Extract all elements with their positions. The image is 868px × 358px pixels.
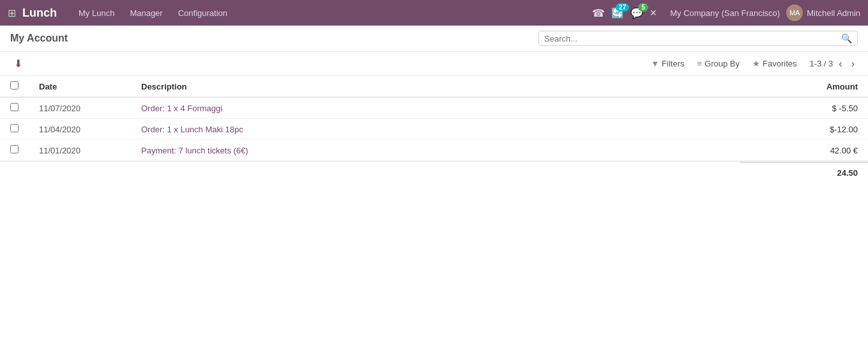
company-name: My Company (San Francisco) — [670, 8, 780, 18]
message-icon-btn[interactable]: 💬5 — [630, 7, 643, 19]
row-checkbox-cell — [0, 97, 29, 119]
star-icon: ★ — [752, 59, 760, 68]
main-page: My Account 🔍 ⬇ ▼ Filters ≡ Group By ★ Fa… — [0, 26, 868, 358]
date-column-header: Date — [29, 76, 131, 97]
row-checkbox-1[interactable] — [10, 124, 19, 132]
filters-label: Filters — [662, 59, 684, 68]
total-value: 24.50 — [740, 162, 868, 183]
groupby-button[interactable]: ≡ Group By — [692, 56, 745, 71]
user-name: Mitchell Admin — [807, 8, 860, 18]
row-date-0: 11/07/2020 — [29, 97, 131, 119]
avatar: MA — [786, 4, 803, 21]
table-row: 11/04/2020 Order: 1 x Lunch Maki 18pc $-… — [0, 119, 868, 140]
app-title: Lunch — [22, 6, 57, 20]
filter-icon: ▼ — [651, 59, 659, 68]
records-table: Date Description Amount 11/07/2020 Order… — [0, 76, 868, 183]
table-row: 11/07/2020 Order: 1 x 4 Formaggi $ -5.50 — [0, 97, 868, 119]
row-description-1[interactable]: Order: 1 x Lunch Maki 18pc — [131, 119, 655, 140]
nav-item-manager[interactable]: Manager — [123, 6, 169, 20]
search-bar: 🔍 — [538, 31, 858, 46]
total-row: 24.50 — [0, 162, 868, 183]
groupby-icon: ≡ — [697, 59, 703, 68]
message-badge: 5 — [638, 3, 648, 12]
amount-column-header: Amount — [655, 76, 868, 97]
row-checkbox-2[interactable] — [10, 145, 19, 153]
row-date-1: 11/04/2020 — [29, 119, 131, 140]
select-all-col — [0, 76, 29, 97]
topnav-icons: ☎ 🔄27 💬5 ✕ My Company (San Francisco) MA… — [592, 4, 860, 21]
select-all-checkbox[interactable] — [10, 81, 19, 90]
favorites-label: Favorites — [763, 59, 796, 68]
row-description-2[interactable]: Payment: 7 lunch tickets (6€) — [131, 140, 655, 161]
row-amount-2: 42.00 € — [655, 140, 868, 161]
toolbar: ⬇ ▼ Filters ≡ Group By ★ Favorites 1-3 /… — [0, 52, 868, 76]
search-input[interactable] — [544, 34, 841, 43]
page-title: My Account — [10, 33, 528, 44]
row-amount-1: $-12.00 — [655, 119, 868, 140]
row-checkbox-cell — [0, 140, 29, 161]
user-menu[interactable]: MA Mitchell Admin — [786, 4, 860, 21]
toolbar-left: ⬇ — [10, 56, 644, 72]
activity-badge: 27 — [616, 3, 629, 12]
description-column-header: Description — [131, 76, 655, 97]
grid-icon[interactable]: ⊞ — [8, 7, 16, 19]
row-description-0[interactable]: Order: 1 x 4 Formaggi — [131, 97, 655, 119]
close-icon-btn[interactable]: ✕ — [650, 8, 657, 18]
search-icon[interactable]: 🔍 — [841, 33, 852, 43]
toolbar-right: ▼ Filters ≡ Group By ★ Favorites 1-3 / 3… — [646, 56, 858, 71]
filters-button[interactable]: ▼ Filters — [646, 56, 689, 71]
row-checkbox-cell — [0, 119, 29, 140]
activity-icon-btn[interactable]: 🔄27 — [611, 7, 624, 19]
row-checkbox-0[interactable] — [10, 103, 19, 111]
next-page-button[interactable]: › — [848, 57, 858, 71]
download-button[interactable]: ⬇ — [10, 56, 26, 72]
table-row: 11/01/2020 Payment: 7 lunch tickets (6€)… — [0, 140, 868, 161]
nav-item-configuration[interactable]: Configuration — [172, 6, 234, 20]
page-header: My Account 🔍 — [0, 26, 868, 52]
table-header-row: Date Description Amount — [0, 76, 868, 97]
nav-menu: My Lunch Manager Configuration — [72, 6, 592, 20]
top-navigation: ⊞ Lunch My Lunch Manager Configuration ☎… — [0, 0, 868, 26]
phone-icon-btn[interactable]: ☎ — [592, 7, 605, 19]
favorites-button[interactable]: ★ Favorites — [747, 56, 802, 71]
row-amount-0: $ -5.50 — [655, 97, 868, 119]
prev-page-button[interactable]: ‹ — [835, 57, 845, 71]
row-date-2: 11/01/2020 — [29, 140, 131, 161]
groupby-label: Group By — [704, 59, 740, 68]
pagination-info: 1-3 / 3 — [809, 59, 833, 68]
nav-item-my-lunch[interactable]: My Lunch — [72, 6, 121, 20]
